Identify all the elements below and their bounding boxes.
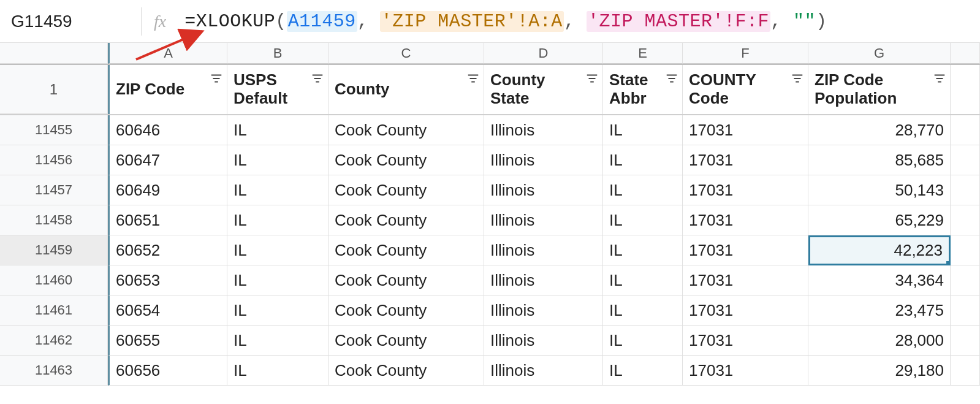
cell-G[interactable]: 28,770 xyxy=(808,115,951,145)
cell-A[interactable]: 60655 xyxy=(108,326,227,356)
cell-H[interactable] xyxy=(951,115,980,145)
row-header[interactable]: 11456 xyxy=(0,145,108,175)
header-zip-code[interactable]: ZIP Code xyxy=(108,65,227,114)
row-header[interactable]: 11457 xyxy=(0,175,108,205)
cell-E[interactable]: IL xyxy=(603,265,683,295)
header-county-state[interactable]: County State xyxy=(484,65,603,114)
row-header-1[interactable]: 1 xyxy=(0,65,108,114)
cell-F[interactable]: 17031 xyxy=(683,326,808,356)
cell-C[interactable]: Cook County xyxy=(329,265,484,295)
filter-icon[interactable] xyxy=(665,71,678,85)
col-header-E[interactable]: E xyxy=(603,43,683,64)
cell-E[interactable]: IL xyxy=(603,145,683,175)
cell-A[interactable]: 60654 xyxy=(108,295,227,326)
cell-H[interactable] xyxy=(951,295,980,326)
row-header[interactable]: 11463 xyxy=(0,356,108,386)
cell-G[interactable]: 50,143 xyxy=(808,175,951,205)
cell-A[interactable]: 60647 xyxy=(108,145,227,175)
cell-G[interactable]: 23,475 xyxy=(808,295,951,326)
cell-E[interactable]: IL xyxy=(603,235,683,265)
cell-B[interactable]: IL xyxy=(227,356,329,386)
cell-G[interactable]: 85,685 xyxy=(808,145,951,175)
cell-F[interactable]: 17031 xyxy=(683,205,808,235)
select-all-corner[interactable] xyxy=(0,43,108,64)
cell-C[interactable]: Cook County xyxy=(329,175,484,205)
cell-C[interactable]: Cook County xyxy=(329,295,484,326)
header-usps-default[interactable]: USPS Default xyxy=(227,65,329,114)
cell-B[interactable]: IL xyxy=(227,115,329,145)
col-header-D[interactable]: D xyxy=(484,43,603,64)
cell-D[interactable]: Illinois xyxy=(484,205,603,235)
filter-icon[interactable] xyxy=(585,71,599,85)
cell-F[interactable]: 17031 xyxy=(683,356,808,386)
cell-F[interactable]: 17031 xyxy=(683,265,808,295)
cell-C[interactable]: Cook County xyxy=(329,205,484,235)
row-header[interactable]: 11461 xyxy=(0,295,108,326)
cell-F[interactable]: 17031 xyxy=(683,175,808,205)
cell-A[interactable]: 60646 xyxy=(108,115,227,145)
cell-A[interactable]: 60651 xyxy=(108,205,227,235)
name-box[interactable]: G11459 xyxy=(6,12,129,31)
col-header-H[interactable] xyxy=(951,43,980,64)
cell-G[interactable]: 28,000 xyxy=(808,326,951,356)
cell-A[interactable]: 60656 xyxy=(108,356,227,386)
cell-D[interactable]: Illinois xyxy=(484,295,603,326)
cell-E[interactable]: IL xyxy=(603,295,683,326)
cell-B[interactable]: IL xyxy=(227,235,329,265)
cell-H[interactable] xyxy=(951,205,980,235)
row-header[interactable]: 11460 xyxy=(0,265,108,295)
cell-E[interactable]: IL xyxy=(603,356,683,386)
header-county[interactable]: County xyxy=(329,65,484,114)
cell-H[interactable] xyxy=(951,326,980,356)
filter-icon[interactable] xyxy=(466,71,480,85)
cell-B[interactable]: IL xyxy=(227,145,329,175)
col-header-A[interactable]: A xyxy=(108,43,227,64)
header-zip-population[interactable]: ZIP Code Population xyxy=(808,65,951,114)
cell-A[interactable]: 60649 xyxy=(108,175,227,205)
filter-icon[interactable] xyxy=(311,71,324,85)
col-header-G[interactable]: G xyxy=(808,43,951,64)
fill-handle[interactable] xyxy=(946,261,951,265)
row-header[interactable]: 11458 xyxy=(0,205,108,235)
cell-H[interactable] xyxy=(951,145,980,175)
cell-B[interactable]: IL xyxy=(227,265,329,295)
row-header[interactable]: 11455 xyxy=(0,115,108,145)
cell-C[interactable]: Cook County xyxy=(329,235,484,265)
header-county-code[interactable]: COUNTY Code xyxy=(683,65,808,114)
header-state-abbr[interactable]: State Abbr xyxy=(603,65,683,114)
cell-D[interactable]: Illinois xyxy=(484,175,603,205)
cell-F[interactable]: 17031 xyxy=(683,115,808,145)
cell-D[interactable]: Illinois xyxy=(484,326,603,356)
cell-E[interactable]: IL xyxy=(603,205,683,235)
cell-G[interactable]: 29,180 xyxy=(808,356,951,386)
cell-D[interactable]: Illinois xyxy=(484,356,603,386)
cell-C[interactable]: Cook County xyxy=(329,326,484,356)
cell-B[interactable]: IL xyxy=(227,175,329,205)
formula-input[interactable]: =XLOOKUP(A11459, 'ZIP MASTER'!A:A, 'ZIP … xyxy=(184,11,827,32)
cell-A[interactable]: 60653 xyxy=(108,265,227,295)
cell-D[interactable]: Illinois xyxy=(484,115,603,145)
fx-icon[interactable]: fx xyxy=(154,12,166,31)
cell-E[interactable]: IL xyxy=(603,326,683,356)
col-header-B[interactable]: B xyxy=(227,43,329,64)
cell-H[interactable] xyxy=(951,235,980,265)
cell-H[interactable] xyxy=(951,356,980,386)
filter-icon[interactable] xyxy=(210,71,223,85)
col-header-C[interactable]: C xyxy=(329,43,484,64)
row-header[interactable]: 11459 xyxy=(0,235,108,265)
cell-G[interactable]: 34,364 xyxy=(808,265,951,295)
filter-icon[interactable] xyxy=(933,71,946,85)
cell-D[interactable]: Illinois xyxy=(484,235,603,265)
cell-H[interactable] xyxy=(951,265,980,295)
cell-H[interactable] xyxy=(951,175,980,205)
col-header-F[interactable]: F xyxy=(683,43,808,64)
cell-G[interactable]: 42,223 xyxy=(808,235,951,265)
cell-B[interactable]: IL xyxy=(227,205,329,235)
cell-D[interactable]: Illinois xyxy=(484,145,603,175)
cell-B[interactable]: IL xyxy=(227,295,329,326)
cell-B[interactable]: IL xyxy=(227,326,329,356)
cell-F[interactable]: 17031 xyxy=(683,145,808,175)
cell-G[interactable]: 65,229 xyxy=(808,205,951,235)
filter-icon[interactable] xyxy=(791,71,804,85)
cell-C[interactable]: Cook County xyxy=(329,145,484,175)
